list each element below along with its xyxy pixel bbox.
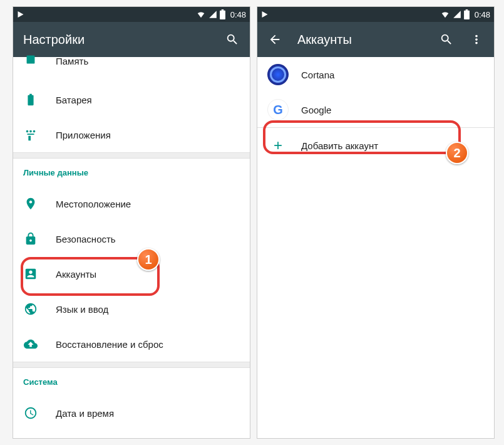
settings-item-datetime[interactable]: Дата и время [13,395,250,431]
signal-icon [208,10,217,19]
settings-item-label: Память [56,56,88,66]
globe-icon [23,301,38,317]
lock-icon [23,231,38,246]
settings-item-label: Батарея [56,95,92,105]
svg-rect-0 [220,11,225,19]
wifi-icon [196,10,206,19]
account-item-cortana[interactable]: Cortana [257,57,494,92]
clock-icon [23,406,38,421]
settings-item-accounts[interactable]: Аккаунты [13,256,250,291]
settings-item-label: Местоположение [56,199,131,209]
settings-item-label: Дата и время [56,408,114,419]
account-icon [23,266,38,281]
account-item-label: Cortana [301,70,334,80]
settings-item-language[interactable]: Язык и ввод [13,291,250,327]
section-header-personal: Личные данные [13,159,250,186]
signal-icon [453,10,461,19]
wifi-icon [440,10,450,19]
cortana-icon [267,64,289,85]
account-item-label: Google [301,105,331,115]
phone-settings: 0:48 Настройки Память Батарея Приложения [13,6,250,439]
settings-item-label: Безопасность [56,234,116,244]
clock: 0:48 [475,10,490,19]
settings-item-label: Восстановление и сброс [56,339,163,350]
settings-item-security[interactable]: Безопасность [13,221,250,256]
play-store-icon [261,11,269,18]
more-vert-icon [470,33,483,46]
app-bar: Настройки [13,22,250,57]
settings-item-location[interactable]: Местоположение [13,186,250,221]
plus-icon: + [267,135,289,156]
overflow-menu-button[interactable] [469,32,484,47]
settings-list: Память Батарея Приложения Личные данные … [13,57,250,431]
google-icon: G [267,99,289,120]
search-icon [225,33,239,46]
svg-rect-4 [465,9,468,11]
settings-item-memory[interactable]: Память [13,57,250,82]
search-button[interactable] [225,32,240,47]
backup-icon [23,337,38,352]
settings-item-backup[interactable]: Восстановление и сброс [13,327,250,362]
battery-icon [220,9,225,19]
annotation-badge-2: 2 [446,142,468,164]
add-account-label: Добавить аккаунт [301,140,378,151]
app-bar: Аккаунты [257,22,494,57]
page-title: Аккаунты [297,33,424,47]
play-store-icon [17,11,24,18]
memory-icon [23,52,38,67]
svg-rect-1 [221,9,224,11]
annotation-badge-1: 1 [137,248,160,271]
svg-rect-3 [464,11,470,19]
settings-item-label: Аккаунты [56,269,96,280]
battery-icon [464,9,470,19]
search-icon [440,33,453,46]
arrow-back-icon [268,33,282,46]
settings-item-apps[interactable]: Приложения [13,117,250,152]
settings-item-label: Приложения [56,130,111,140]
battery-settings-icon [23,92,38,107]
account-item-google[interactable]: G Google [257,92,494,127]
search-button[interactable] [439,32,454,47]
clock: 0:48 [230,10,246,19]
page-title: Настройки [23,33,210,47]
phone-accounts: 0:48 Аккаунты Cortana G Google + Добавит… [257,6,495,439]
back-button[interactable] [267,32,282,47]
apps-icon [23,127,38,142]
settings-item-label: Язык и ввод [56,304,108,315]
status-bar: 0:48 [257,7,494,22]
settings-item-battery[interactable]: Батарея [13,82,250,117]
status-bar: 0:48 [13,7,250,22]
svg-rect-2 [27,56,35,64]
location-icon [23,196,38,211]
section-header-system: Система [13,368,250,395]
